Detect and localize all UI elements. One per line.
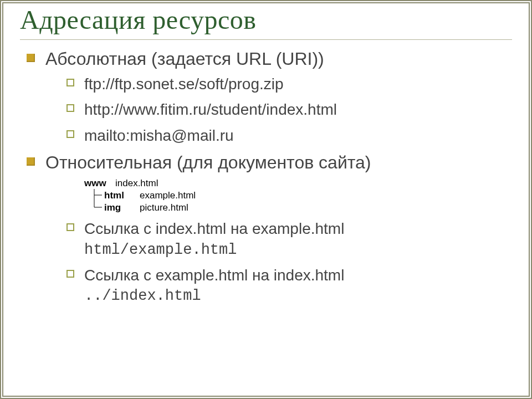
tree-row-0: html example.html — [84, 189, 529, 201]
relative-link-1-path: ../index.html — [84, 287, 529, 306]
relative-link-0-path: html/example.html — [84, 241, 529, 260]
relative-links: Ссылка с index.html на example.html html… — [66, 219, 529, 306]
tree-folder-1: img — [104, 202, 132, 213]
tree-row-root: www index.html — [84, 177, 529, 189]
absolute-items: ftp://ftp.sonet.se/soft/prog.zip http://… — [66, 74, 529, 146]
tree-row-1: img picture.html — [84, 201, 529, 213]
tree-file-0: example.html — [140, 190, 196, 201]
tree-root-file: index.html — [115, 177, 158, 189]
tree-connector-last-icon — [84, 201, 104, 213]
relative-heading-text: Относительная (для документов сайта) — [45, 152, 371, 172]
relative-heading: Относительная (для документов сайта) www… — [27, 151, 529, 306]
absolute-item-0: ftp://ftp.sonet.se/soft/prog.zip — [66, 74, 529, 94]
slide-title: Адресация ресурсов — [20, 4, 529, 35]
relative-link-1-text: Ссылка с example.html на index.html — [84, 267, 344, 284]
tree-root-folder: www — [84, 177, 112, 189]
title-divider — [20, 39, 512, 40]
absolute-item-2: mailto:misha@mail.ru — [66, 126, 529, 146]
relative-link-0-text: Ссылка с index.html на example.html — [84, 220, 344, 237]
relative-link-0: Ссылка с index.html на example.html html… — [66, 219, 529, 259]
absolute-heading: Абсолютная (задается URL (URI)) ftp://ft… — [27, 48, 529, 146]
bullet-list: Абсолютная (задается URL (URI)) ftp://ft… — [27, 48, 529, 306]
slide: Адресация ресурсов Абсолютная (задается … — [0, 0, 532, 399]
tree-folder-0: html — [104, 190, 132, 201]
file-tree: www index.html html example.html — [84, 177, 529, 213]
tree-file-1: picture.html — [140, 202, 188, 213]
relative-link-1: Ссылка с example.html на index.html ../i… — [66, 265, 529, 306]
tree-connector-icon — [84, 189, 104, 201]
absolute-item-1: http://www.fitim.ru/student/index.html — [66, 100, 529, 120]
absolute-heading-text: Абсолютная (задается URL (URI)) — [45, 49, 324, 69]
